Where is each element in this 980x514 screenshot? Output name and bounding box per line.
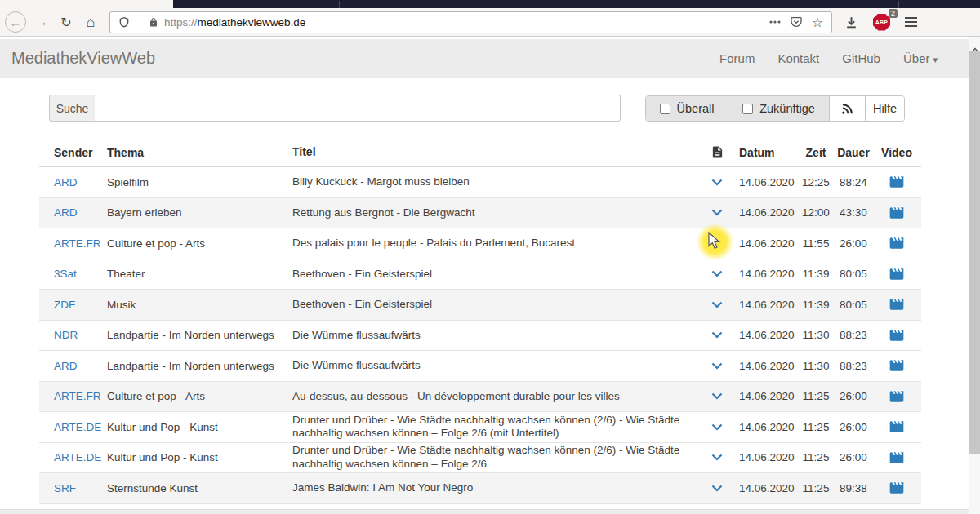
expand-chevron-icon[interactable] <box>702 392 732 400</box>
video-icon[interactable] <box>872 480 921 496</box>
col-sender[interactable]: Sender <box>39 146 107 159</box>
scrollbar-thumb[interactable] <box>969 51 980 454</box>
table-row[interactable]: ARTE.FR Culture et pop - Arts Des palais… <box>39 228 921 259</box>
col-thema[interactable]: Thema <box>107 146 292 159</box>
duration-cell: 43:30 <box>835 206 872 219</box>
scrollbar[interactable] <box>969 37 980 514</box>
col-zeit[interactable]: Zeit <box>797 146 835 159</box>
title-cell: Au-dessus, au-dessous - Un développement… <box>292 390 702 404</box>
nav-link[interactable]: Kontakt▾ <box>777 51 819 65</box>
rss-button[interactable] <box>830 96 866 121</box>
site-nav: Forum▾Kontakt▾GitHub▾Über▾ <box>719 51 980 65</box>
title-cell: James Baldwin: I Am Not Your Negro <box>292 481 702 495</box>
time-cell: 11:25 <box>797 482 835 494</box>
table-row[interactable]: ZDF Musik Beethoven - Ein Geisterspiel 1… <box>39 290 921 321</box>
sender-link[interactable]: ARTE.FR <box>39 237 107 250</box>
table-row[interactable]: NDR Landpartie - Im Norden unterwegs Die… <box>39 321 921 352</box>
sender-link[interactable]: ARTE.DE <box>39 451 107 463</box>
sender-link[interactable]: 3Sat <box>39 268 107 280</box>
topic-cell: Landpartie - Im Norden unterwegs <box>107 360 292 372</box>
menu-icon[interactable] <box>905 17 917 27</box>
video-icon[interactable] <box>872 205 921 221</box>
expand-chevron-icon[interactable] <box>702 485 732 492</box>
sender-link[interactable]: SRF <box>39 482 107 494</box>
reload-button[interactable]: ↻ <box>54 10 78 34</box>
col-dauer[interactable]: Dauer <box>835 146 872 159</box>
video-icon[interactable] <box>872 450 921 466</box>
date-cell: 14.06.2020 <box>732 421 797 433</box>
table-row[interactable]: 3Sat Theater Beethoven - Ein Geisterspie… <box>39 259 921 290</box>
forward-button[interactable]: → <box>29 10 54 34</box>
expand-chevron-icon[interactable] <box>702 423 732 431</box>
expand-chevron-icon[interactable] <box>702 179 732 186</box>
sender-link[interactable]: ZDF <box>39 299 107 311</box>
col-video[interactable]: Video <box>872 146 921 159</box>
video-icon[interactable] <box>872 388 921 405</box>
sender-link[interactable]: ARD <box>39 176 107 188</box>
search-label: Suche <box>49 95 96 122</box>
bookmark-star-icon[interactable]: ☆ <box>807 12 828 32</box>
results-rows: ARD Spielfilm Billy Kuckuck - Margot mus… <box>39 167 921 504</box>
nav-link[interactable]: GitHub▾ <box>842 51 880 65</box>
video-icon[interactable] <box>872 266 921 282</box>
video-icon[interactable] <box>872 419 921 435</box>
col-datum[interactable]: Datum <box>732 146 797 159</box>
shield-icon[interactable] <box>114 12 135 32</box>
expand-chevron-icon[interactable] <box>702 209 732 216</box>
back-button[interactable]: ← <box>5 11 26 33</box>
expand-chevron-icon[interactable] <box>702 362 732 370</box>
nav-link[interactable]: Über▾ <box>903 51 938 65</box>
title-cell: Billy Kuckuck - Margot muss bleiben <box>292 175 702 189</box>
expand-chevron-icon[interactable] <box>702 454 732 461</box>
table-row[interactable]: ARD Spielfilm Billy Kuckuck - Margot mus… <box>39 167 921 198</box>
date-cell: 14.06.2020 <box>732 268 797 280</box>
nav-link[interactable]: Forum▾ <box>719 51 755 65</box>
url-text[interactable]: https://mediathekviewweb.de <box>164 16 764 29</box>
table-row[interactable]: ARTE.FR Culture et pop - Arts Au-dessus,… <box>39 382 921 413</box>
adblock-icon: ABP <box>873 14 890 31</box>
caret-down-icon: ▾ <box>933 55 938 65</box>
browser-tab-strip <box>0 0 980 8</box>
sender-link[interactable]: ARD <box>39 360 107 372</box>
url-bar[interactable]: https://mediathekviewweb.de ☆ <box>109 11 832 33</box>
search-input[interactable] <box>95 95 621 122</box>
sender-link[interactable]: ARD <box>39 206 107 219</box>
footer-strip <box>0 509 969 514</box>
adblock-button[interactable]: ABP 2 <box>873 14 890 31</box>
sender-link[interactable]: ARTE.DE <box>39 421 107 433</box>
active-tab[interactable] <box>0 0 173 8</box>
home-button[interactable]: ⌂ <box>78 10 103 34</box>
download-icon[interactable] <box>840 12 862 32</box>
expand-chevron-icon[interactable] <box>702 331 732 339</box>
sender-link[interactable]: ARTE.FR <box>39 390 107 402</box>
sender-link[interactable]: NDR <box>39 329 107 341</box>
checkbox-icon[interactable] <box>742 104 753 114</box>
help-button[interactable]: Hilfe <box>866 96 904 121</box>
title-cell: Des palais pour le peuple - Palais du Pa… <box>292 237 702 250</box>
expand-chevron-icon[interactable] <box>702 301 732 308</box>
pocket-icon[interactable] <box>786 12 807 32</box>
table-row[interactable]: SRF Sternstunde Kunst James Baldwin: I A… <box>39 473 921 504</box>
adblock-badge: 2 <box>889 9 898 18</box>
expand-chevron-icon[interactable] <box>702 240 732 247</box>
page-actions-icon[interactable] <box>764 12 786 32</box>
title-cell: Die Wümme flussaufwärts <box>292 359 702 373</box>
table-row[interactable]: ARTE.DE Kultur und Pop - Kunst Drunter u… <box>39 443 921 474</box>
date-cell: 14.06.2020 <box>732 390 797 402</box>
col-titel[interactable]: Titel <box>292 145 702 159</box>
video-icon[interactable] <box>872 296 921 312</box>
checkbox-icon[interactable] <box>660 104 670 114</box>
table-row[interactable]: ARD Bayern erleben Rettung aus Bergnot -… <box>39 198 921 229</box>
site-brand[interactable]: MediathekViewWeb <box>0 49 155 68</box>
table-row[interactable]: ARTE.DE Kultur und Pop - Kunst Drunter u… <box>39 412 921 443</box>
date-cell: 14.06.2020 <box>732 176 797 188</box>
duration-cell: 26:00 <box>835 421 872 433</box>
video-icon[interactable] <box>872 357 921 374</box>
video-icon[interactable] <box>872 235 921 251</box>
video-icon[interactable] <box>872 327 921 343</box>
filter-future-button[interactable]: Zukünftige <box>728 96 830 121</box>
video-icon[interactable] <box>872 174 921 190</box>
filter-everywhere-button[interactable]: Überall <box>646 96 728 121</box>
expand-chevron-icon[interactable] <box>702 270 732 277</box>
table-row[interactable]: ARD Landpartie - Im Norden unterwegs Die… <box>39 351 921 382</box>
